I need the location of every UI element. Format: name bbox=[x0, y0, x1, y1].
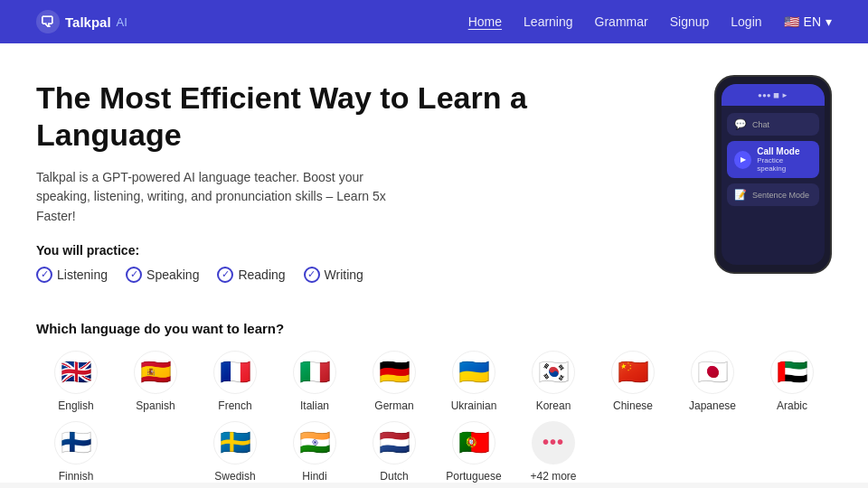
svg-text:🗨: 🗨 bbox=[40, 14, 54, 30]
more-label: +42 more bbox=[530, 470, 576, 483]
lang-hindi[interactable]: 🇮🇳 Hindi bbox=[275, 421, 354, 483]
chat-label: Chat bbox=[752, 120, 769, 129]
phone-top-bar: ●●● ◼ ► bbox=[722, 84, 825, 106]
hindi-label: Hindi bbox=[302, 470, 326, 483]
dutch-label: Dutch bbox=[380, 470, 408, 483]
main-content: The Most Efficient Way to Learn a Langua… bbox=[0, 43, 868, 321]
nav-signup[interactable]: Signup bbox=[670, 14, 710, 29]
lang-arabic[interactable]: 🇦🇪 Arabic bbox=[752, 351, 832, 412]
logo[interactable]: 🗨 Talkpal AI bbox=[36, 10, 127, 33]
portuguese-flag: 🇵🇹 bbox=[452, 421, 495, 465]
play-button: ▶ bbox=[734, 151, 751, 169]
lang-french[interactable]: 🇫🇷 French bbox=[195, 351, 275, 412]
hero-title: The Most Efficient Way to Learn a Langua… bbox=[36, 80, 678, 154]
chinese-flag: 🇨🇳 bbox=[611, 351, 655, 394]
finnish-label: Finnish bbox=[59, 470, 94, 483]
sentence-label: Sentence Mode bbox=[752, 191, 809, 200]
nav-home[interactable]: Home bbox=[468, 14, 502, 29]
phone-body: 💬 Chat ▶ Call Mode Practice speaking 📝 S… bbox=[722, 106, 825, 265]
lang-chinese[interactable]: 🇨🇳 Chinese bbox=[593, 351, 673, 412]
writing-check: ✓ bbox=[304, 267, 320, 283]
nav-links: Home Learning Grammar Signup Login 🇺🇸 EN… bbox=[468, 14, 832, 30]
sentence-icon: 📝 bbox=[734, 189, 747, 201]
lang-ukrainian[interactable]: 🇺🇦 Ukrainian bbox=[434, 351, 514, 412]
reading-label: Reading bbox=[238, 267, 285, 282]
listening-check: ✓ bbox=[36, 267, 52, 283]
skill-speaking: ✓ Speaking bbox=[126, 267, 199, 283]
nav-grammar[interactable]: Grammar bbox=[595, 14, 648, 29]
lang-english[interactable]: 🇬🇧 English bbox=[36, 351, 116, 412]
spanish-label: Spanish bbox=[136, 399, 175, 412]
bottom-section: THE TALKPAL DIFFERENCE bbox=[0, 483, 868, 488]
chat-icon: 💬 bbox=[734, 118, 747, 130]
skill-listening: ✓ Listening bbox=[36, 267, 108, 283]
phone-sentence-card: 📝 Sentence Mode bbox=[727, 183, 819, 206]
english-flag: 🇬🇧 bbox=[54, 351, 98, 394]
lang-german[interactable]: 🇩🇪 German bbox=[354, 351, 434, 412]
english-label: English bbox=[58, 399, 93, 412]
phone-callmode-card: ▶ Call Mode Practice speaking bbox=[727, 141, 819, 178]
italian-label: Italian bbox=[300, 399, 329, 412]
language-grid: 🇬🇧 English 🇪🇸 Spanish 🇫🇷 French 🇮🇹 Itali… bbox=[36, 351, 832, 483]
skill-reading: ✓ Reading bbox=[217, 267, 285, 283]
phone-mockup: ●●● ◼ ► 💬 Chat ▶ Call Mode Practice spea… bbox=[714, 75, 832, 274]
japanese-label: Japanese bbox=[689, 399, 736, 412]
chinese-label: Chinese bbox=[613, 399, 653, 412]
language-question: Which language do you want to learn? bbox=[36, 321, 832, 336]
speaking-label: Speaking bbox=[146, 267, 199, 282]
nav-learning[interactable]: Learning bbox=[524, 14, 573, 29]
ukrainian-label: Ukrainian bbox=[451, 399, 497, 412]
nav-login[interactable]: Login bbox=[731, 14, 761, 29]
hero-description: Talkpal is a GPT-powered AI language tea… bbox=[36, 168, 416, 227]
skill-writing: ✓ Writing bbox=[304, 267, 363, 283]
logo-icon: 🗨 bbox=[36, 10, 60, 33]
phone-screen: ●●● ◼ ► 💬 Chat ▶ Call Mode Practice spea… bbox=[722, 84, 825, 265]
swedish-flag: 🇸🇪 bbox=[213, 421, 257, 465]
phone-chat-card: 💬 Chat bbox=[727, 113, 819, 136]
callmode-desc: Practice speaking bbox=[757, 156, 812, 173]
hindi-flag: 🇮🇳 bbox=[293, 421, 336, 465]
logo-text: Talkpal bbox=[65, 14, 111, 30]
callmode-label: Call Mode bbox=[757, 146, 812, 156]
korean-label: Korean bbox=[536, 399, 571, 412]
german-flag: 🇩🇪 bbox=[373, 351, 416, 394]
reading-check: ✓ bbox=[217, 267, 233, 283]
language-section: Which language do you want to learn? 🇬🇧 … bbox=[0, 321, 868, 483]
portuguese-label: Portuguese bbox=[446, 470, 501, 483]
lang-dutch[interactable]: 🇳🇱 Dutch bbox=[354, 421, 434, 483]
arabic-flag: 🇦🇪 bbox=[770, 351, 814, 394]
arabic-label: Arabic bbox=[777, 399, 807, 412]
finnish-flag: 🇫🇮 bbox=[54, 421, 98, 465]
french-flag: 🇫🇷 bbox=[213, 351, 257, 394]
lang-italian[interactable]: 🇮🇹 Italian bbox=[275, 351, 354, 412]
writing-label: Writing bbox=[325, 267, 363, 282]
hero-section: The Most Efficient Way to Learn a Langua… bbox=[36, 80, 678, 303]
italian-flag: 🇮🇹 bbox=[293, 351, 336, 394]
lang-more[interactable]: ••• +42 more bbox=[514, 421, 593, 483]
spanish-flag: 🇪🇸 bbox=[134, 351, 177, 394]
logo-suffix: AI bbox=[117, 15, 127, 29]
empty-cell bbox=[116, 421, 195, 483]
listening-label: Listening bbox=[57, 267, 108, 282]
dutch-flag: 🇳🇱 bbox=[373, 421, 416, 465]
lang-japanese[interactable]: 🇯🇵 Japanese bbox=[673, 351, 752, 412]
ukrainian-flag: 🇺🇦 bbox=[452, 351, 495, 394]
lang-swedish[interactable]: 🇸🇪 Swedish bbox=[195, 421, 275, 483]
lang-korean[interactable]: 🇰🇷 Korean bbox=[514, 351, 593, 412]
practice-label: You will practice: bbox=[36, 243, 678, 258]
german-label: German bbox=[374, 399, 413, 412]
speaking-check: ✓ bbox=[126, 267, 142, 283]
korean-flag: 🇰🇷 bbox=[532, 351, 575, 394]
skills-list: ✓ Listening ✓ Speaking ✓ Reading ✓ Writi… bbox=[36, 267, 678, 283]
lang-spanish[interactable]: 🇪🇸 Spanish bbox=[116, 351, 195, 412]
swedish-label: Swedish bbox=[214, 470, 255, 483]
japanese-flag: 🇯🇵 bbox=[691, 351, 734, 394]
callmode-info: Call Mode Practice speaking bbox=[757, 146, 812, 173]
language-selector[interactable]: 🇺🇸 EN ▾ bbox=[784, 14, 832, 29]
lang-finnish[interactable]: 🇫🇮 Finnish bbox=[36, 421, 116, 483]
lang-portuguese[interactable]: 🇵🇹 Portuguese bbox=[434, 421, 514, 483]
navbar: 🗨 Talkpal AI Home Learning Grammar Signu… bbox=[0, 0, 868, 43]
more-button[interactable]: ••• bbox=[532, 421, 575, 465]
french-label: French bbox=[218, 399, 251, 412]
